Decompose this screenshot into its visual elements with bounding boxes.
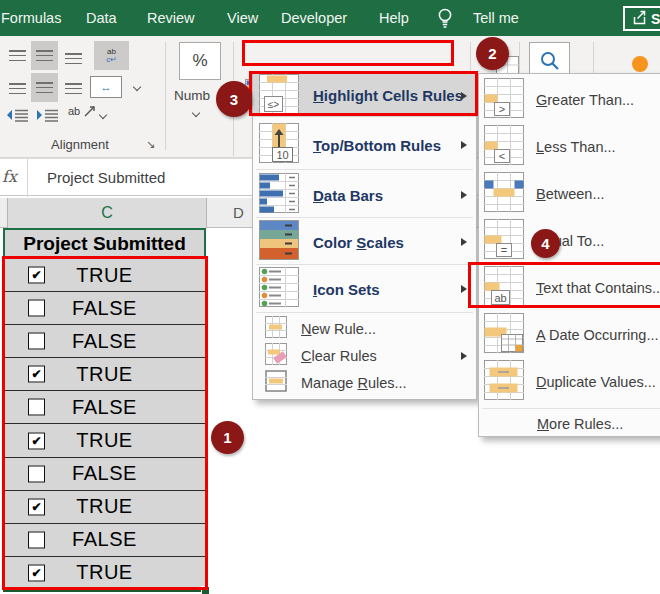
share-label: S [651, 11, 660, 27]
menu-item-icon-sets[interactable]: Icon Sets [253, 267, 476, 311]
submenu-item-greater-than[interactable]: > Greater Than... [479, 76, 660, 123]
tab-help[interactable]: Help [379, 0, 409, 36]
menu-item-highlight-cells-rules[interactable]: ≤> Highlight Cells Rules [253, 74, 476, 117]
merge-center-button[interactable]: ↔ [90, 76, 122, 98]
menu-item-label: New Rule... [301, 321, 376, 337]
column-header-d[interactable]: D [233, 198, 244, 228]
table-row[interactable]: FALSE [4, 524, 205, 557]
checkbox[interactable]: ✔ [28, 498, 45, 515]
menu-item-label: Data Bars [313, 187, 383, 204]
svg-text:10: 10 [276, 149, 288, 161]
submenu-item-a-date-occurring[interactable]: A Date Occurring... [479, 311, 660, 358]
merge-chevron-icon[interactable] [133, 83, 141, 91]
cell-value: FALSE [72, 528, 137, 551]
table-row[interactable]: ✔TRUE [4, 557, 205, 589]
submenu-arrow-icon [461, 238, 467, 246]
submenu-item-more-rules[interactable]: More Rules... [479, 411, 660, 437]
a-date-occurring-icon [484, 313, 524, 357]
table-row[interactable]: ✔TRUE [4, 491, 205, 524]
menu-item-top-bottom-rules[interactable]: 10 Top/Bottom Rules [253, 123, 476, 167]
annotation-step-2: 2 [476, 37, 509, 70]
clear-rules-icon [265, 343, 287, 369]
svg-text:>: > [499, 103, 505, 115]
table-row[interactable]: ✔TRUE [4, 259, 205, 292]
checkbox[interactable] [28, 465, 45, 482]
tab-formulas[interactable]: Formulas [1, 0, 61, 36]
manage-rules-icon [265, 370, 287, 396]
table-row[interactable]: FALSE [4, 325, 205, 358]
annotation-step-3: 3 [216, 81, 252, 117]
submenu-item-between[interactable]: Between... [479, 170, 660, 217]
lightbulb-icon [436, 7, 454, 34]
cell-value: FALSE [72, 297, 137, 320]
align-top-icon[interactable] [9, 47, 26, 65]
fill-handle[interactable] [201, 586, 210, 594]
dialog-launcher-icon[interactable]: ↘ [146, 138, 155, 151]
highlight-cells-rules-icon: ≤> [259, 74, 299, 118]
selection-border-bottom [3, 589, 208, 592]
percent-label: % [192, 51, 207, 71]
checkbox[interactable] [28, 399, 45, 416]
checkbox[interactable] [28, 333, 45, 350]
submenu-item-equal-to[interactable]: = Equal To... [479, 217, 660, 264]
tab-developer[interactable]: Developer [281, 0, 347, 36]
number-chevron-icon[interactable] [192, 109, 200, 117]
submenu-arrow-icon [461, 141, 467, 149]
wrap-text-button[interactable]: ab c↵ [94, 41, 129, 70]
tab-data[interactable]: Data [86, 0, 117, 36]
checkbox[interactable]: ✔ [28, 366, 45, 383]
submenu-item-duplicate-values[interactable]: Duplicate Values... [479, 358, 660, 405]
checkbox[interactable]: ✔ [28, 432, 45, 449]
checkbox[interactable]: ✔ [28, 564, 45, 581]
column-header-c[interactable]: C [7, 198, 207, 228]
submenu-item-less-than[interactable]: < Less Than... [479, 123, 660, 170]
tab-review[interactable]: Review [147, 0, 195, 36]
cell-value: TRUE [76, 495, 132, 518]
tab-view[interactable]: View [227, 0, 258, 36]
align-right-icon[interactable] [65, 80, 82, 98]
submenu-item-label: Text that Contains... [536, 280, 660, 296]
equal-to-icon: = [484, 219, 524, 263]
formula-input[interactable]: Project Submitted [47, 159, 165, 197]
svg-text:ab: ab [494, 291, 506, 303]
table-row[interactable]: ✔TRUE [4, 358, 205, 391]
align-left-icon[interactable] [9, 80, 26, 98]
table-row[interactable]: ✔TRUE [4, 424, 205, 457]
orientation-chevron-icon[interactable] [99, 111, 107, 119]
orientation-button[interactable]: ab [68, 104, 97, 118]
decrease-indent-button[interactable] [6, 108, 30, 126]
cell-value: FALSE [72, 462, 137, 485]
excel-window: Formulas Data Review View Developer Help… [0, 0, 660, 594]
align-middle-button[interactable] [31, 41, 58, 70]
align-bottom-icon[interactable] [65, 50, 82, 68]
align-center-button[interactable] [31, 73, 58, 102]
top-bottom-rules-icon: 10 [259, 123, 299, 167]
submenu-item-label: A Date Occurring... [536, 327, 659, 343]
data-range: ✔TRUE FALSE FALSE ✔TRUE FALSE ✔TRUE FALS… [4, 259, 205, 589]
submenu-arrow-icon [461, 285, 467, 293]
checkbox[interactable] [28, 300, 45, 317]
menu-item-color-scales[interactable]: Color Scales [253, 220, 476, 264]
menu-item-new-rule[interactable]: New Rule... [253, 316, 476, 341]
menu-item-clear-rules[interactable]: Clear Rules [253, 343, 476, 368]
percent-style-button[interactable]: % [179, 42, 221, 80]
search-icon [539, 50, 561, 76]
table-row[interactable]: FALSE [4, 458, 205, 491]
header-cell[interactable]: Project Submitted [3, 228, 206, 259]
increase-indent-button[interactable] [36, 108, 60, 126]
cell-value: TRUE [76, 561, 132, 584]
table-row[interactable]: FALSE [4, 292, 205, 325]
annotation-step-1: 1 [211, 421, 244, 454]
data-bars-icon [259, 173, 299, 217]
submenu-item-label: Greater Than... [536, 92, 634, 108]
menu-item-manage-rules[interactable]: Manage Rules... [253, 370, 476, 396]
menu-item-data-bars[interactable]: Data Bars [253, 173, 476, 217]
submenu-item-text-that-contains[interactable]: ab Text that Contains... [479, 264, 660, 311]
checkbox[interactable]: ✔ [28, 267, 45, 284]
share-button[interactable]: S [623, 6, 660, 31]
table-row[interactable]: FALSE [4, 391, 205, 424]
svg-text:<: < [499, 150, 505, 162]
header-cell-text: Project Submitted [23, 233, 186, 255]
tab-tell-me[interactable]: Tell me [473, 0, 519, 36]
checkbox[interactable] [28, 531, 45, 548]
